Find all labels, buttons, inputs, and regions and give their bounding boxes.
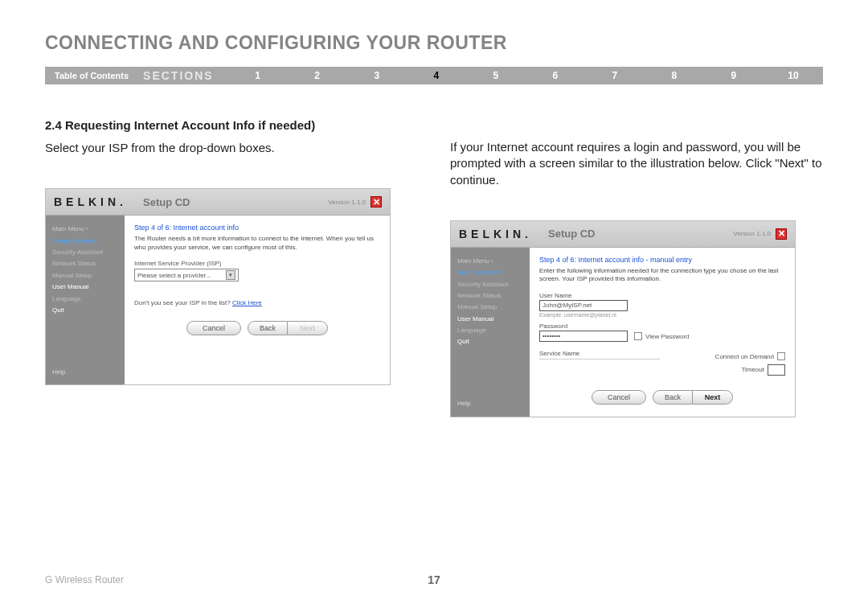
view-password-checkbox[interactable] [634, 332, 642, 340]
close-icon[interactable]: ✕ [371, 196, 382, 207]
username-input[interactable]: John@MyISP.net [539, 300, 628, 311]
right-column: If your Internet account requires a logi… [450, 118, 823, 417]
isp-select-value: Please select a provider... [137, 272, 211, 279]
step-desc: Enter the following information needed f… [539, 267, 785, 284]
cancel-button[interactable]: Cancel [592, 390, 646, 405]
sidebar-setup-assistant[interactable]: Setup Assistant [457, 267, 523, 278]
section-4[interactable]: 4 [407, 70, 466, 81]
page-title: CONNECTING AND CONFIGURING YOUR ROUTER [45, 32, 823, 54]
sidebar-quit[interactable]: Quit [52, 305, 118, 316]
sidebar: Main Menu › Setup Assistant Security Ass… [46, 216, 125, 384]
next-button[interactable]: Next [693, 390, 733, 405]
sidebar-security-assistant[interactable]: Security Assistant [457, 279, 523, 290]
timeout-label: Timeout [741, 364, 764, 376]
right-body: If your Internet account requires a logi… [450, 139, 823, 188]
belkin-logo: BELKIN. [459, 228, 532, 240]
connect-on-demand-label: Connect on Demand [715, 351, 774, 363]
version-label: Version 1.1.0 [328, 199, 366, 206]
left-body: Select your ISP from the drop-down boxes… [45, 140, 418, 156]
main-menu-link[interactable]: Main Menu › [52, 224, 118, 235]
section-8[interactable]: 8 [645, 70, 704, 81]
setup-cd-title: Setup CD [548, 228, 596, 240]
sidebar-setup-assistant[interactable]: Setup Assistant [52, 236, 118, 247]
sidebar-language[interactable]: Language [52, 294, 118, 305]
section-heading: 2.4 Requesting Internet Account Info if … [45, 118, 418, 132]
isp-label: Internet Service Provider (ISP) [134, 260, 380, 267]
step-label: Step 4 of 6: Internet account info - man… [539, 256, 785, 264]
step-desc: The Router needs a bit more information … [134, 235, 380, 252]
belkin-logo: BELKIN. [54, 195, 127, 208]
main-menu-link[interactable]: Main Menu › [457, 256, 523, 267]
isp-select[interactable]: Please select a provider... ▾ [134, 269, 239, 281]
section-1[interactable]: 1 [228, 70, 288, 81]
sidebar-language[interactable]: Language [457, 325, 523, 336]
password-input[interactable]: •••••••• [539, 331, 628, 342]
sidebar-user-manual[interactable]: User Manual [457, 314, 523, 325]
close-icon[interactable]: ✕ [776, 228, 787, 240]
isp-footnote: Don't you see your ISP in the list? Clic… [134, 299, 380, 306]
sidebar-manual-setup[interactable]: Manual Setup [52, 270, 118, 281]
version-label: Version 1.1.0 [733, 230, 771, 237]
step-label: Step 4 of 6: Internet account info [134, 224, 380, 232]
screenshot-isp-select: BELKIN. Setup CD Version 1.1.0 ✕ Main Me… [45, 188, 391, 385]
section-5[interactable]: 5 [466, 70, 526, 81]
chevron-down-icon[interactable]: ▾ [226, 270, 235, 280]
sections-label: SECTIONS [138, 69, 228, 82]
page-number: 17 [428, 573, 440, 586]
connect-on-demand-checkbox[interactable] [777, 352, 785, 360]
click-here-link[interactable]: Click Here [232, 299, 262, 306]
back-button[interactable]: Back [248, 321, 288, 335]
page-footer: G Wireless Router 17 [45, 574, 823, 585]
toc-link[interactable]: Table of Contents [45, 71, 138, 80]
sidebar-network-status[interactable]: Network Status [52, 258, 118, 269]
sidebar-security-assistant[interactable]: Security Assistant [52, 247, 118, 258]
sidebar-network-status[interactable]: Network Status [457, 290, 523, 302]
section-3[interactable]: 3 [347, 70, 407, 81]
sidebar-manual-setup[interactable]: Manual Setup [457, 302, 523, 313]
section-7[interactable]: 7 [585, 70, 645, 81]
section-6[interactable]: 6 [526, 70, 585, 81]
timeout-input[interactable] [768, 364, 785, 376]
sidebar-quit[interactable]: Quit [457, 336, 523, 347]
section-2[interactable]: 2 [288, 70, 347, 81]
product-name: G Wireless Router [45, 574, 124, 585]
section-10[interactable]: 10 [764, 70, 823, 81]
username-hint: Example: username@planet.nl [539, 312, 785, 318]
back-button[interactable]: Back [653, 390, 693, 405]
sidebar-help[interactable]: Help [457, 398, 470, 409]
section-navbar: Table of Contents SECTIONS 1 2 3 4 5 6 7… [45, 67, 823, 84]
service-name-label: Service Name [539, 350, 660, 359]
left-column: 2.4 Requesting Internet Account Info if … [45, 118, 418, 417]
password-label: Password [539, 322, 785, 330]
next-button-disabled: Next [288, 321, 328, 335]
screenshot-manual-entry: BELKIN. Setup CD Version 1.1.0 ✕ Main Me… [450, 220, 796, 417]
section-9[interactable]: 9 [704, 70, 764, 81]
sidebar-user-manual[interactable]: User Manual [52, 281, 118, 293]
sidebar: Main Menu › Setup Assistant Security Ass… [451, 248, 530, 417]
view-password-label: View Password [645, 333, 690, 340]
username-label: User Name [539, 292, 785, 299]
setup-cd-title: Setup CD [143, 196, 190, 208]
cancel-button[interactable]: Cancel [186, 321, 241, 335]
sidebar-help[interactable]: Help [52, 367, 65, 378]
